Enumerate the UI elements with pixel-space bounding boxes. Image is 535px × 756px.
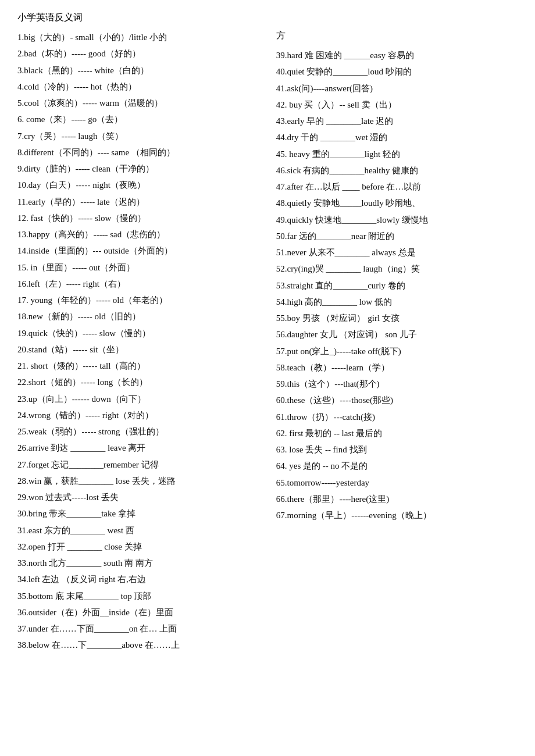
list-item: 54.high 高的________ low 低的 bbox=[276, 294, 518, 309]
list-item: 27.forget 忘记________remember 记得 bbox=[17, 457, 265, 472]
list-item: 61.throw（扔）---catch(接) bbox=[276, 409, 518, 425]
list-item: 30.bring 带来________take 拿掉 bbox=[17, 506, 265, 521]
list-item: 19.quick（快的）----- slow（慢的） bbox=[17, 326, 265, 341]
list-item: 14.inside（里面的）--- outside（外面的） bbox=[17, 243, 265, 258]
list-item: 18.new（新的）----- old（旧的） bbox=[17, 309, 265, 324]
list-item: 26.arrive 到达 ________ leave 离开 bbox=[17, 440, 265, 455]
page-title: 小学英语反义词 bbox=[17, 12, 518, 24]
list-item: 44.dry 干的 ________wet 湿的 bbox=[276, 130, 518, 145]
list-item: 24.wrong（错的）----- right（对的） bbox=[17, 408, 265, 423]
list-item: 25.weak（弱的）----- strong（强壮的） bbox=[17, 424, 265, 439]
list-item: 11.early（早的）----- late（迟的） bbox=[17, 194, 265, 209]
list-item: 43.early 早的 ________late 迟的 bbox=[276, 113, 518, 129]
list-item: 36.outsider（在）外面__inside（在）里面 bbox=[17, 605, 265, 620]
list-item: 45. heavy 重的________light 轻的 bbox=[276, 147, 518, 162]
list-item: 15. in（里面）----- out（外面） bbox=[17, 260, 265, 275]
list-item: 34.left 左边 （反义词 right 右,右边 bbox=[17, 572, 265, 587]
list-item: 47.after 在…以后 ____ before 在…以前 bbox=[276, 179, 518, 194]
list-item: 57.put on(穿上_)-----take off(脱下) bbox=[276, 344, 518, 359]
list-item: 29.won 过去式-----lost 丢失 bbox=[17, 490, 265, 505]
list-item: 33.north 北方________ south 南 南方 bbox=[17, 555, 265, 570]
list-item: 5.cool（凉爽的）----- warm（温暖的） bbox=[17, 95, 265, 110]
list-item: 65.tomorrow-----yesterday bbox=[276, 475, 518, 490]
list-item: 50.far 远的________near 附近的 bbox=[276, 229, 518, 244]
list-item: 56.daughter 女儿 （对应词） son 儿子 bbox=[276, 327, 518, 342]
list-item: 53.straight 直的________curly 卷的 bbox=[276, 278, 518, 293]
list-item: 60.these（这些）----those(那些) bbox=[276, 393, 518, 408]
list-item: 20.stand（站）----- sit（坐） bbox=[17, 342, 265, 357]
left-column: 1.big（大的）- small（小的）/little 小的2.bad（坏的）-… bbox=[17, 30, 270, 654]
list-item: 1.big（大的）- small（小的）/little 小的 bbox=[17, 30, 265, 45]
list-item: 63. lose 丢失 -- find 找到 bbox=[276, 442, 518, 457]
list-item: 59.this（这个）---that(那个) bbox=[276, 376, 518, 391]
list-item: 66.there（那里）----here(这里) bbox=[276, 491, 518, 507]
list-item: 48.quietly 安静地_____loudly 吵闹地、 bbox=[276, 195, 518, 211]
list-item: 12. fast（快的）----- slow（慢的） bbox=[17, 211, 265, 226]
list-item: 40.quiet 安静的________loud 吵闹的 bbox=[276, 64, 518, 79]
list-item: 3.black（黑的）----- white（白的） bbox=[17, 63, 265, 78]
list-item: 7.cry（哭）----- laugh（笑） bbox=[17, 129, 265, 144]
list-item: 38.below 在……下________above 在……上 bbox=[17, 637, 265, 652]
right-header: 方 bbox=[276, 30, 518, 42]
list-item: 2.bad（坏的）----- good（好的） bbox=[17, 46, 265, 61]
list-item: 32.open 打开 ________ close 关掉 bbox=[17, 539, 265, 554]
list-item: 51.never 从来不________ always 总是 bbox=[276, 245, 518, 260]
list-item: 28.win 赢，获胜________ lose 丢失，迷路 bbox=[17, 473, 265, 488]
list-item: 35.bottom 底 末尾________ top 顶部 bbox=[17, 589, 265, 604]
list-item: 4.cold（冷的）----- hot（热的） bbox=[17, 79, 265, 94]
list-item: 10.day（白天）----- night（夜晚） bbox=[17, 177, 265, 192]
list-item: 6. come（来）----- go（去） bbox=[17, 112, 265, 127]
list-item: 37.under 在……下面________on 在… 上面 bbox=[17, 621, 265, 636]
list-item: 58.teach（教）-----learn（学） bbox=[276, 360, 518, 375]
list-item: 41.ask(问)----answer(回答) bbox=[276, 81, 518, 96]
list-item: 39.hard 难 困难的 ______easy 容易的 bbox=[276, 48, 518, 63]
list-item: 17. young（年轻的）----- old（年老的） bbox=[17, 293, 265, 308]
list-item: 8.different（不同的）---- same （相同的） bbox=[17, 145, 265, 160]
list-item: 52.cry(ing)哭 ________ laugh（ing）笑 bbox=[276, 261, 518, 276]
list-item: 16.left（左）----- right（右） bbox=[17, 276, 265, 291]
list-item: 21. short（矮的）----- tall（高的） bbox=[17, 358, 265, 373]
list-item: 23.up（向上）------ down（向下） bbox=[17, 391, 265, 406]
list-item: 31.east 东方的________ west 西 bbox=[17, 523, 265, 538]
list-item: 62. first 最初的 -- last 最后的 bbox=[276, 426, 518, 441]
list-item: 46.sick 有病的________healthy 健康的 bbox=[276, 163, 518, 178]
list-item: 55.boy 男孩 （对应词） girl 女孩 bbox=[276, 311, 518, 326]
list-item: 64. yes 是的 -- no 不是的 bbox=[276, 458, 518, 473]
list-item: 13.happy（高兴的）----- sad（悲伤的） bbox=[17, 227, 265, 242]
list-item: 49.quickly 快速地________slowly 缓慢地 bbox=[276, 212, 518, 227]
list-item: 9.dirty（脏的）----- clean（干净的） bbox=[17, 161, 265, 176]
list-item: 67.morning（早上）------evening（晚上） bbox=[276, 508, 518, 523]
list-item: 42. buy 买（入）-- sell 卖（出） bbox=[276, 97, 518, 112]
right-column: 方 39.hard 难 困难的 ______easy 容易的40.quiet 安… bbox=[270, 30, 518, 654]
list-item: 22.short（短的）----- long（长的） bbox=[17, 375, 265, 390]
